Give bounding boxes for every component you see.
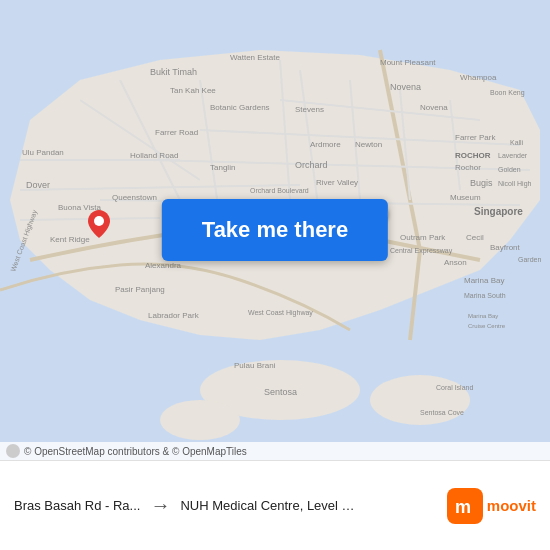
take-me-there-button[interactable]: Take me there bbox=[162, 199, 388, 261]
svg-text:Dover: Dover bbox=[26, 180, 50, 190]
svg-text:Sentosa Cove: Sentosa Cove bbox=[420, 409, 464, 416]
svg-text:Bukit Timah: Bukit Timah bbox=[150, 67, 197, 77]
svg-text:Orchard Boulevard: Orchard Boulevard bbox=[250, 187, 309, 194]
svg-text:Central Expressway: Central Expressway bbox=[390, 247, 453, 255]
svg-text:River Valley: River Valley bbox=[316, 178, 358, 187]
svg-text:Pulau Brani: Pulau Brani bbox=[234, 361, 276, 370]
svg-text:Cecil: Cecil bbox=[466, 233, 484, 242]
svg-point-4 bbox=[370, 375, 470, 425]
svg-text:Outram Park: Outram Park bbox=[400, 233, 446, 242]
svg-text:Lavender: Lavender bbox=[498, 152, 528, 159]
svg-text:West Coast Highway: West Coast Highway bbox=[248, 309, 313, 317]
svg-text:Botanic Gardens: Botanic Gardens bbox=[210, 103, 270, 112]
svg-text:Kent Ridge: Kent Ridge bbox=[50, 235, 90, 244]
svg-text:Alexandra: Alexandra bbox=[145, 261, 182, 270]
svg-text:Whampoa: Whampoa bbox=[460, 73, 497, 82]
svg-text:Orchard: Orchard bbox=[295, 160, 328, 170]
svg-text:Queenstown: Queenstown bbox=[112, 193, 157, 202]
moovit-icon: m bbox=[447, 488, 483, 524]
route-arrow-icon: → bbox=[150, 494, 170, 517]
svg-text:Pasir Panjang: Pasir Panjang bbox=[115, 285, 165, 294]
svg-text:Singapore: Singapore bbox=[474, 206, 523, 217]
moovit-logo: m moovit bbox=[447, 488, 536, 524]
svg-text:Bayfront: Bayfront bbox=[490, 243, 521, 252]
svg-text:Ulu Pandan: Ulu Pandan bbox=[22, 148, 64, 157]
svg-text:ROCHOR: ROCHOR bbox=[455, 151, 491, 160]
svg-text:Bugis: Bugis bbox=[470, 178, 493, 188]
attribution-text: © OpenStreetMap contributors & © OpenMap… bbox=[24, 446, 247, 457]
bottom-bar: Bras Basah Rd - Ra... → NUH Medical Cent… bbox=[0, 460, 550, 550]
svg-point-3 bbox=[160, 400, 240, 440]
svg-text:Watten Estate: Watten Estate bbox=[230, 53, 281, 62]
svg-text:Farrer Park: Farrer Park bbox=[455, 133, 496, 142]
svg-text:Garden: Garden bbox=[518, 256, 541, 263]
svg-text:Coral Island: Coral Island bbox=[436, 384, 473, 391]
svg-text:Kalli: Kalli bbox=[510, 139, 524, 146]
svg-text:m: m bbox=[455, 497, 471, 517]
route-from: Bras Basah Rd - Ra... bbox=[14, 498, 140, 513]
svg-text:Boon Keng: Boon Keng bbox=[490, 89, 525, 97]
svg-text:Ardmore: Ardmore bbox=[310, 140, 341, 149]
svg-text:Labrador Park: Labrador Park bbox=[148, 311, 200, 320]
svg-text:Museum: Museum bbox=[450, 193, 481, 202]
svg-text:Mount Pleasant: Mount Pleasant bbox=[380, 58, 436, 67]
svg-text:Golden: Golden bbox=[498, 166, 521, 173]
svg-text:Novena: Novena bbox=[420, 103, 448, 112]
origin-marker bbox=[88, 210, 110, 238]
map-attribution: © OpenStreetMap contributors & © OpenMap… bbox=[0, 442, 550, 460]
svg-text:Marina Bay: Marina Bay bbox=[468, 313, 498, 319]
svg-text:Marina Bay: Marina Bay bbox=[464, 276, 504, 285]
svg-text:Nicoll High: Nicoll High bbox=[498, 180, 532, 188]
svg-text:Holland Road: Holland Road bbox=[130, 151, 178, 160]
svg-text:Rochor: Rochor bbox=[455, 163, 481, 172]
svg-text:Anson: Anson bbox=[444, 258, 467, 267]
svg-text:Cruise Centre: Cruise Centre bbox=[468, 323, 506, 329]
svg-text:Farrer Road: Farrer Road bbox=[155, 128, 198, 137]
route-info: Bras Basah Rd - Ra... → NUH Medical Cent… bbox=[14, 494, 437, 517]
svg-text:Novena: Novena bbox=[390, 82, 421, 92]
openstreetmap-logo bbox=[6, 444, 20, 458]
svg-text:Stevens: Stevens bbox=[295, 105, 324, 114]
svg-text:Tan Kah Kee: Tan Kah Kee bbox=[170, 86, 216, 95]
moovit-brand-name: moovit bbox=[487, 497, 536, 514]
svg-point-74 bbox=[94, 216, 104, 226]
svg-text:Tanglin: Tanglin bbox=[210, 163, 235, 172]
map-container: Bukit Timah Watten Estate Mount Pleasant… bbox=[0, 0, 550, 460]
svg-text:Sentosa: Sentosa bbox=[264, 387, 297, 397]
route-to: NUH Medical Centre, Level 8,... bbox=[180, 498, 360, 513]
svg-text:Newton: Newton bbox=[355, 140, 382, 149]
svg-text:Marina South: Marina South bbox=[464, 292, 506, 299]
